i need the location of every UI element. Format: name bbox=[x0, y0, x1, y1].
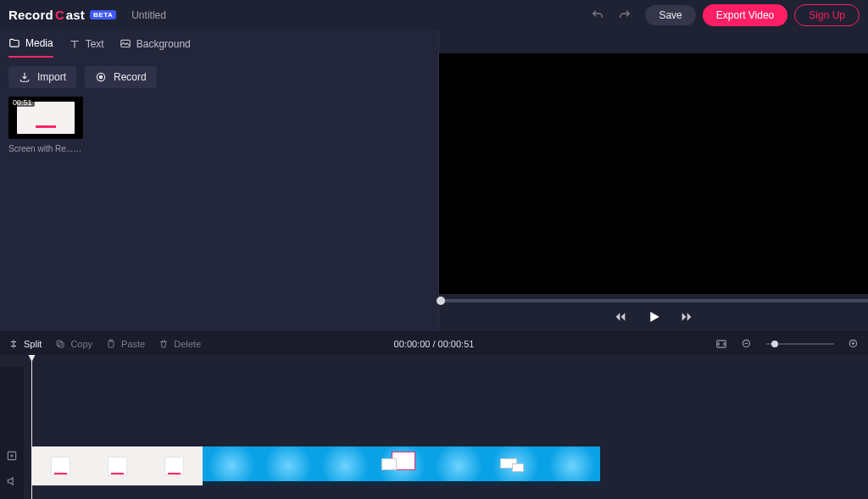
record-icon bbox=[95, 71, 107, 83]
timeline-time: 00:00:00 / 00:00:51 bbox=[394, 339, 475, 349]
tab-background[interactable]: Background bbox=[120, 38, 191, 57]
clip-frame bbox=[373, 446, 430, 485]
zoom-out-button[interactable] bbox=[741, 338, 753, 350]
signup-button[interactable]: Sign Up bbox=[794, 4, 860, 26]
tab-background-label: Background bbox=[136, 38, 191, 50]
panel-actions: Import Record bbox=[0, 58, 438, 97]
folder-icon bbox=[8, 37, 20, 49]
rewind-button[interactable] bbox=[614, 310, 627, 324]
transport-controls bbox=[439, 302, 868, 331]
logo: Record C ast BETA bbox=[8, 8, 116, 22]
svg-rect-4 bbox=[57, 341, 62, 346]
add-track-button[interactable] bbox=[6, 450, 18, 462]
import-label: Import bbox=[37, 71, 66, 83]
scrub-thumb[interactable] bbox=[437, 297, 445, 305]
export-button[interactable]: Export Video bbox=[703, 4, 788, 26]
split-button[interactable]: Split bbox=[8, 339, 42, 349]
video-clip[interactable] bbox=[32, 446, 600, 485]
plus-square-icon bbox=[6, 450, 18, 462]
logo-accent: C bbox=[55, 8, 64, 22]
paste-icon bbox=[106, 339, 116, 349]
zoom-out-icon bbox=[741, 338, 753, 350]
copy-button[interactable]: Copy bbox=[55, 339, 92, 349]
speaker-icon bbox=[6, 475, 18, 487]
forward-icon bbox=[680, 310, 693, 324]
track-gutter bbox=[0, 355, 24, 499]
media-panel: Media Text Background Import bbox=[0, 30, 439, 331]
mute-track-button[interactable] bbox=[6, 475, 18, 487]
clip-frame bbox=[543, 446, 600, 485]
clip-frame bbox=[146, 446, 203, 485]
main-area: Media Text Background Import bbox=[0, 30, 868, 331]
tab-media-label: Media bbox=[25, 37, 53, 49]
split-label: Split bbox=[24, 339, 42, 349]
preview-panel bbox=[439, 30, 868, 331]
beta-badge: BETA bbox=[90, 10, 116, 19]
record-label: Record bbox=[114, 71, 147, 83]
trash-icon bbox=[159, 339, 169, 349]
scrub-track[interactable] bbox=[439, 299, 868, 302]
save-button[interactable]: Save bbox=[645, 5, 695, 25]
import-icon bbox=[19, 71, 31, 83]
clip-frame bbox=[32, 446, 89, 485]
redo-icon bbox=[618, 8, 632, 22]
import-button[interactable]: Import bbox=[8, 66, 76, 88]
timeline-ruler[interactable] bbox=[0, 355, 868, 367]
play-icon bbox=[646, 309, 661, 324]
svg-rect-3 bbox=[58, 342, 64, 347]
media-thumbnail: 00:51 bbox=[8, 97, 83, 139]
zoom-in-button[interactable] bbox=[848, 338, 860, 350]
image-icon bbox=[120, 38, 131, 50]
media-filename: Screen with Re...t.webm bbox=[8, 144, 83, 153]
panel-tabs: Media Text Background bbox=[0, 30, 438, 58]
tab-text[interactable]: Text bbox=[69, 38, 104, 57]
clip-frame bbox=[203, 446, 259, 485]
zoom-in-icon bbox=[848, 338, 860, 350]
delete-button[interactable]: Delete bbox=[159, 339, 201, 349]
svg-point-2 bbox=[99, 75, 103, 79]
paste-button[interactable]: Paste bbox=[106, 339, 145, 349]
clip-frame bbox=[259, 446, 316, 485]
timeline-toolbar: Split Copy Paste Delete 00:00:00 / 00:00… bbox=[0, 331, 868, 355]
fit-icon bbox=[715, 338, 727, 350]
paste-label: Paste bbox=[121, 339, 145, 349]
clip-frame bbox=[316, 446, 373, 485]
clip-frame bbox=[89, 446, 146, 485]
video-preview[interactable] bbox=[439, 53, 868, 294]
logo-text-prefix: Record bbox=[8, 8, 53, 22]
undo-button[interactable] bbox=[587, 5, 608, 25]
fit-button[interactable] bbox=[715, 338, 727, 350]
zoom-knob[interactable] bbox=[771, 341, 778, 347]
split-icon bbox=[8, 339, 19, 349]
clip-frame bbox=[430, 446, 487, 485]
playhead[interactable] bbox=[31, 355, 32, 499]
clip-frame bbox=[487, 446, 543, 485]
record-button[interactable]: Record bbox=[85, 66, 157, 88]
copy-icon bbox=[55, 339, 65, 349]
project-title[interactable]: Untitled bbox=[131, 9, 166, 21]
rewind-icon bbox=[614, 310, 627, 324]
text-icon bbox=[69, 38, 81, 50]
logo-text-suffix: ast bbox=[66, 8, 85, 22]
media-item[interactable]: 00:51 Screen with Re...t.webm bbox=[8, 97, 83, 153]
tab-text-label: Text bbox=[86, 38, 104, 50]
timeline[interactable] bbox=[0, 355, 868, 499]
copy-label: Copy bbox=[70, 339, 92, 349]
play-button[interactable] bbox=[646, 309, 661, 324]
delete-label: Delete bbox=[174, 339, 201, 349]
forward-button[interactable] bbox=[680, 310, 693, 324]
tracks-area[interactable] bbox=[24, 367, 868, 499]
zoom-slider[interactable] bbox=[766, 343, 834, 345]
tab-media[interactable]: Media bbox=[8, 37, 53, 58]
undo-icon bbox=[591, 8, 604, 22]
media-grid: 00:51 Screen with Re...t.webm bbox=[0, 97, 438, 153]
app-header: Record C ast BETA Untitled Save Export V… bbox=[0, 0, 868, 30]
redo-button[interactable] bbox=[615, 5, 635, 25]
media-duration: 00:51 bbox=[10, 98, 35, 107]
